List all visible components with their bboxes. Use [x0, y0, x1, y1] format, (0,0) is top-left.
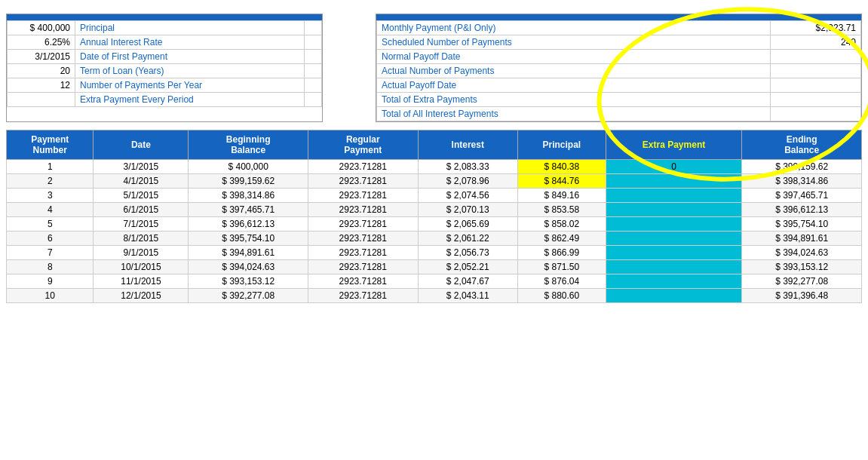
table-cell: $ 393,153.12 — [742, 260, 862, 274]
column-header: Date — [94, 130, 189, 160]
table-cell: $ 395,754.10 — [189, 232, 308, 246]
table-cell: 10 — [7, 289, 94, 303]
loan-param-label: Extra Payment Every Period — [75, 93, 305, 107]
amortization-table-wrapper: PaymentNumberDateBeginningBalanceRegular… — [6, 130, 862, 303]
table-cell: $ 2,078.96 — [418, 174, 517, 189]
table-row: 46/1/2015$ 397,465.712923.71281$ 2,070.1… — [7, 203, 862, 217]
loan-summary-row: Scheduled Number of Payments 240 — [377, 35, 861, 50]
loan-param-label: Term of Loan (Years) — [75, 64, 305, 78]
table-cell: $ 2,056.73 — [418, 246, 517, 260]
column-header: Principal — [517, 130, 606, 160]
loan-param-extra — [305, 50, 322, 64]
table-cell: 0 — [606, 160, 742, 174]
loan-param-label: Date of First Payment — [75, 50, 305, 64]
table-cell: $ 397,465.71 — [742, 189, 862, 203]
table-cell: 2923.71281 — [308, 232, 418, 246]
table-cell: $ 394,891.61 — [742, 232, 862, 246]
loan-summary-row: Total of Extra Payments — [377, 93, 861, 107]
table-cell: 7 — [7, 246, 94, 260]
table-cell: $ 2,083.33 — [418, 160, 517, 174]
loan-param-value — [8, 93, 75, 107]
column-header: BeginningBalance — [189, 130, 308, 160]
table-cell: 2 — [7, 174, 94, 189]
table-cell: $ 2,052.21 — [418, 260, 517, 274]
loan-summary-value: 240 — [771, 35, 861, 50]
loan-summary-label: Actual Number of Payments — [377, 64, 771, 78]
table-cell: 2923.71281 — [308, 160, 418, 174]
table-cell: $ 2,043.11 — [418, 289, 517, 303]
loan-summary-row: Normal Payoff Date — [377, 50, 861, 64]
table-cell: $ 393,153.12 — [189, 274, 308, 289]
column-header: RegularPayment — [308, 130, 418, 160]
table-cell: $ 397,465.71 — [189, 203, 308, 217]
table-cell: $ 394,024.63 — [742, 246, 862, 260]
table-cell: $ 392,277.08 — [189, 289, 308, 303]
loan-param-value: 20 — [8, 64, 75, 78]
loan-summary-header — [376, 14, 861, 20]
loan-param-row: 3/1/2015 Date of First Payment — [8, 50, 322, 64]
table-cell — [606, 289, 742, 303]
table-cell: $ 400,000 — [189, 160, 308, 174]
table-cell: $ 2,061.22 — [418, 232, 517, 246]
table-row: 79/1/2015$ 394,891.612923.71281$ 2,056.7… — [7, 246, 862, 260]
table-cell — [606, 232, 742, 246]
table-cell — [606, 203, 742, 217]
loan-param-value: 6.25% — [8, 35, 75, 50]
loan-summary-table: Monthly Payment (P&I Only) $2,923.71Sche… — [376, 20, 861, 121]
table-cell: 7/1/2015 — [94, 217, 189, 232]
table-cell: $ 2,065.69 — [418, 217, 517, 232]
loan-param-row: $ 400,000 Principal — [8, 21, 322, 35]
loan-param-row: Extra Payment Every Period — [8, 93, 322, 107]
loan-summary-label: Monthly Payment (P&I Only) — [377, 21, 771, 35]
loan-params-header — [7, 14, 322, 20]
table-cell: 5/1/2015 — [94, 189, 189, 203]
loan-param-extra — [305, 64, 322, 78]
table-cell: 3 — [7, 189, 94, 203]
table-row: 24/1/2015$ 399,159.622923.71281$ 2,078.9… — [7, 174, 862, 189]
table-row: 35/1/2015$ 398,314.862923.71281$ 2,074.5… — [7, 189, 862, 203]
loan-param-extra — [305, 35, 322, 50]
table-cell: $ 876.04 — [517, 274, 606, 289]
loan-summary-value — [771, 64, 861, 78]
table-cell: 9 — [7, 274, 94, 289]
table-cell: 6 — [7, 232, 94, 246]
loan-summary-row: Actual Number of Payments — [377, 64, 861, 78]
loan-summary-row: Actual Payoff Date — [377, 78, 861, 93]
loan-summary-label: Total of Extra Payments — [377, 93, 771, 107]
page: $ 400,000 Principal 6.25% Annual Interes… — [0, 0, 868, 460]
table-cell: 12/1/2015 — [94, 289, 189, 303]
column-header: Extra Payment — [606, 130, 742, 160]
table-cell: 1 — [7, 160, 94, 174]
table-cell: $ 396,612.13 — [189, 217, 308, 232]
table-row: 911/1/2015$ 393,153.122923.71281$ 2,047.… — [7, 274, 862, 289]
table-cell: $ 395,754.10 — [742, 217, 862, 232]
loan-param-label: Annual Interest Rate — [75, 35, 305, 50]
table-cell: 11/1/2015 — [94, 274, 189, 289]
loan-param-extra — [305, 93, 322, 107]
column-header: Interest — [418, 130, 517, 160]
loan-summary-wrapper: Monthly Payment (P&I Only) $2,923.71Sche… — [376, 14, 862, 122]
table-cell: $ 853.58 — [517, 203, 606, 217]
loan-summary-value — [771, 93, 861, 107]
table-cell: 2923.71281 — [308, 260, 418, 274]
table-cell — [606, 174, 742, 189]
loan-param-value: $ 400,000 — [8, 21, 75, 35]
table-cell: 2923.71281 — [308, 189, 418, 203]
loan-params-table: $ 400,000 Principal 6.25% Annual Interes… — [7, 20, 322, 107]
table-cell: $ 399,159.62 — [189, 174, 308, 189]
table-cell: 2923.71281 — [308, 246, 418, 260]
table-cell: $ 398,314.86 — [742, 174, 862, 189]
table-cell: $ 880.60 — [517, 289, 606, 303]
loan-summary-label: Scheduled Number of Payments — [377, 35, 771, 50]
table-cell: $ 844.76 — [517, 174, 606, 189]
table-cell: $ 391,396.48 — [742, 289, 862, 303]
loan-param-value: 12 — [8, 78, 75, 93]
table-cell: $ 2,074.56 — [418, 189, 517, 203]
table-cell: $ 394,024.63 — [189, 260, 308, 274]
loan-param-label: Number of Payments Per Year — [75, 78, 305, 93]
table-cell: $ 871.50 — [517, 260, 606, 274]
loan-summary-label: Actual Payoff Date — [377, 78, 771, 93]
loan-summary-row: Monthly Payment (P&I Only) $2,923.71 — [377, 21, 861, 35]
table-row: 68/1/2015$ 395,754.102923.71281$ 2,061.2… — [7, 232, 862, 246]
table-cell: $ 866.99 — [517, 246, 606, 260]
